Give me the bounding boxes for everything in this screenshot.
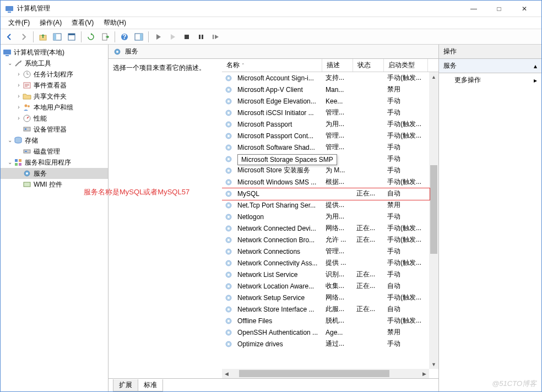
stop-service-button[interactable]: [180, 30, 193, 43]
actions-pane-button[interactable]: [132, 30, 145, 43]
service-row[interactable]: Microsoft Software Shad...管理...手动: [222, 141, 429, 153]
tree-services-apps[interactable]: ⌄ 服务和应用程序: [1, 157, 108, 168]
menu-file[interactable]: 文件(F): [4, 17, 34, 29]
svg-point-52: [227, 158, 230, 160]
cell-desc: 为用...: [323, 212, 354, 221]
help-button[interactable]: ?: [118, 30, 131, 43]
tree-local-users[interactable]: › 本地用户和组: [1, 102, 108, 113]
cell-start: 手动(触发...: [385, 131, 429, 140]
scroll-right-button[interactable]: ▶: [420, 369, 429, 378]
service-row[interactable]: Microsoft Windows SMS ...根据...手动(触发...: [222, 176, 429, 188]
service-row[interactable]: Network List Service识别...正在...手动: [222, 269, 429, 280]
service-row[interactable]: Microsoft iSCSI Initiator ...管理...手动: [222, 107, 429, 118]
svg-point-44: [227, 112, 230, 114]
cell-start: 手动(触发...: [385, 235, 429, 244]
col-start[interactable]: 启动类型: [384, 59, 428, 72]
service-row[interactable]: MySQL正在...自动: [222, 188, 429, 199]
scroll-left-button[interactable]: ◀: [222, 369, 231, 378]
tree-device-manager[interactable]: 设备管理器: [1, 124, 108, 135]
pause-service-button[interactable]: [166, 30, 179, 43]
close-button[interactable]: ✕: [512, 1, 537, 17]
refresh-button[interactable]: [84, 30, 97, 43]
perf-icon: [23, 114, 31, 123]
service-row[interactable]: Optimize drives通过...手动: [222, 338, 429, 350]
service-row[interactable]: Microsoft Passport Cont...管理...手动(触发...: [222, 130, 429, 141]
tree-task-scheduler[interactable]: › 任务计划程序: [1, 69, 108, 80]
console-tree[interactable]: 计算机管理(本地) ⌄ 系统工具 › 任务计划程序 › 事件查看器 › 共享文件…: [1, 45, 109, 391]
back-button[interactable]: [3, 30, 16, 43]
service-row[interactable]: Network Connected Devi...网络...正在...手动(触发…: [222, 222, 429, 234]
service-row[interactable]: Net.Tcp Port Sharing Ser...提供...禁用: [222, 199, 429, 211]
scroll-up-button[interactable]: ▲: [429, 72, 438, 81]
service-row[interactable]: Network Connections管理...手动: [222, 246, 429, 257]
menu-view[interactable]: 查看(V): [67, 17, 98, 29]
cell-desc: 允许 ...: [323, 235, 354, 244]
cell-start: 手动: [385, 212, 429, 221]
service-row[interactable]: Microsoft Passport为用...手动(触发...: [222, 118, 429, 130]
service-row[interactable]: Network Connectivity Ass...提供 ...手动(触发..…: [222, 257, 429, 269]
tree-root[interactable]: 计算机管理(本地): [1, 47, 108, 58]
svg-point-42: [227, 100, 230, 102]
tree-system-tools[interactable]: ⌄ 系统工具: [1, 58, 108, 69]
col-desc[interactable]: 描述: [322, 59, 353, 72]
tab-standard[interactable]: 标准: [138, 379, 163, 391]
cell-name: Microsoft Edge Elevation...: [235, 97, 323, 105]
svg-rect-28: [15, 159, 18, 162]
description-column: 选择一个项目来查看它的描述。: [109, 59, 222, 378]
tree-disk-mgmt[interactable]: 磁盘管理: [1, 146, 108, 157]
service-row[interactable]: Microsoft App-V ClientMan...禁用: [222, 84, 429, 95]
service-row[interactable]: Netlogon为用...手动: [222, 211, 429, 222]
properties-button[interactable]: [65, 30, 78, 43]
menu-help[interactable]: 帮助(H): [99, 17, 131, 29]
horizontal-scrollbar[interactable]: ◀ ▶: [222, 369, 429, 378]
vertical-scrollbar[interactable]: ▲ ▼: [429, 72, 438, 369]
actions-more[interactable]: 更多操作 ▸: [439, 73, 541, 87]
tab-extended[interactable]: 扩展: [113, 379, 138, 391]
svg-text:?: ?: [122, 33, 126, 41]
col-status[interactable]: 状态: [353, 59, 384, 72]
tree-shared-folders[interactable]: › 共享文件夹: [1, 91, 108, 102]
bottom-tabs: 扩展 标准: [109, 378, 438, 391]
scroll-down-button[interactable]: ▼: [429, 360, 438, 369]
cell-name: Net.Tcp Port Sharing Ser...: [235, 202, 323, 209]
pause2-button[interactable]: [194, 30, 208, 43]
service-row[interactable]: Network Store Interface ...此服...正在...自动: [222, 303, 429, 315]
maximize-button[interactable]: □: [486, 1, 512, 17]
col-name[interactable]: 名称: [222, 59, 322, 72]
service-row[interactable]: OpenSSH Authentication ...Age...禁用: [222, 326, 429, 338]
restart-service-button[interactable]: [209, 30, 222, 43]
service-row[interactable]: Microsoft Account Sign-i...支持...手动(触发...: [222, 72, 429, 84]
tree-performance[interactable]: › 性能: [1, 113, 108, 124]
service-row[interactable]: Offline Files脱机...手动(触发...: [222, 315, 429, 326]
cell-desc: 网络...: [323, 224, 354, 233]
forward-button[interactable]: [17, 30, 30, 43]
computer-icon: [3, 48, 12, 57]
cell-name: Microsoft Windows SMS ...: [235, 178, 323, 186]
tree-event-viewer[interactable]: › 事件查看器: [1, 80, 108, 91]
service-row[interactable]: Network Connection Bro...允许 ...正在...手动(触…: [222, 234, 429, 246]
cell-name: Microsoft iSCSI Initiator ...: [235, 109, 323, 117]
tree-services[interactable]: 服务: [1, 168, 108, 179]
cell-desc: 此服...: [323, 304, 354, 314]
service-row[interactable]: Network Location Aware...收集...正在...自动: [222, 280, 429, 292]
service-row[interactable]: Microsoft Store 安装服务为 M...手动: [222, 165, 429, 176]
svg-point-56: [227, 181, 230, 183]
cell-name: Microsoft Software Shad...: [235, 144, 323, 151]
service-row[interactable]: Microsoft Edge Elevation...Kee...手动: [222, 95, 429, 107]
export-button[interactable]: [99, 30, 112, 43]
title-bar: 计算机管理 — □ ✕: [1, 1, 541, 17]
actions-section-services[interactable]: 服务 ▴: [439, 59, 541, 73]
cell-name: Network Connected Devi...: [235, 225, 323, 232]
cell-desc: Age...: [323, 329, 354, 336]
cell-start: 手动(触发...: [385, 73, 429, 83]
tree-storage[interactable]: ⌄ 存储: [1, 135, 108, 146]
minimize-button[interactable]: —: [461, 1, 486, 17]
menu-action[interactable]: 操作(A): [35, 17, 66, 29]
start-service-button[interactable]: [151, 30, 165, 43]
svg-rect-15: [213, 35, 214, 39]
up-button[interactable]: [36, 30, 50, 43]
service-row[interactable]: Network Setup Service网络...手动(触发...: [222, 292, 429, 303]
services-list[interactable]: 名称 描述 状态 启动类型 Microsoft Account Sign-i..…: [222, 59, 438, 378]
show-hide-tree-button[interactable]: [51, 30, 64, 43]
chevron-right-icon: ▸: [534, 77, 537, 84]
